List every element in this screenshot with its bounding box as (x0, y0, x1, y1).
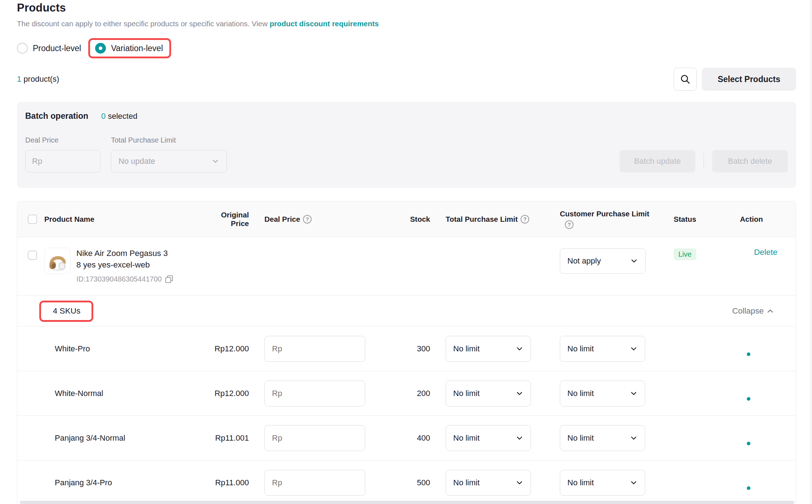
sku-name: White-Pro (28, 344, 202, 354)
product-customer-purchase-limit-select[interactable]: Not apply (560, 248, 646, 274)
product-count-number: 1 (17, 75, 21, 84)
batch-selected-number: 0 (101, 112, 106, 121)
customer-purchase-limit-help-icon[interactable]: ? (565, 220, 574, 229)
chevron-down-icon (630, 345, 638, 353)
headphones-image (47, 250, 68, 272)
sku-original-price: Rp12.000 (215, 344, 249, 354)
page-title: Products (17, 1, 66, 14)
sku-total-purchase-limit-select[interactable]: No limit (446, 425, 531, 451)
sku-stock: 400 (417, 433, 430, 443)
sku-row: Panjang 3/4-Normal Rp11.001 400 No limit… (17, 416, 796, 460)
sku-customer-purchase-limit-select[interactable]: No limit (560, 470, 645, 496)
sku-original-price: Rp11.001 (215, 433, 249, 443)
sku-count-label: 4 SKUs (40, 306, 94, 316)
chevron-down-icon (516, 434, 523, 442)
products-discount-page: Products The discount can apply to eithe… (0, 0, 812, 504)
batch-deal-price-input[interactable] (25, 150, 101, 172)
sku-original-price: Rp11.000 (215, 478, 249, 487)
column-status: Status (674, 215, 703, 224)
copy-icon[interactable] (165, 275, 173, 283)
sku-total-purchase-limit-value: No limit (453, 389, 479, 398)
column-action: Action (740, 215, 781, 224)
column-product-name: Product Name (44, 215, 202, 224)
product-checkbox[interactable] (28, 251, 37, 260)
sku-name: Panjang 3/4-Normal (28, 433, 202, 443)
batch-update-button[interactable]: Batch update (620, 150, 695, 172)
column-original-price: Original Price (202, 211, 249, 228)
sku-customer-purchase-limit-select[interactable]: No limit (560, 381, 645, 406)
radio-checked-icon[interactable] (95, 43, 106, 54)
batch-deal-price-label: Deal Price (25, 136, 111, 144)
chevron-down-icon (516, 345, 523, 353)
collapse-label: Collapse (732, 306, 764, 316)
sku-customer-purchase-limit-value: No limit (567, 344, 594, 354)
batch-delete-button[interactable]: Batch delete (712, 150, 788, 172)
sku-customer-purchase-limit-select[interactable]: No limit (560, 336, 645, 362)
collapse-link[interactable]: Collapse (732, 306, 775, 316)
select-products-button[interactable]: Select Products (702, 68, 796, 91)
product-name: Nike Air Zoom Pegasus 3 (76, 248, 173, 259)
delete-product-link[interactable]: Delete (740, 248, 781, 257)
vertical-scrollbar[interactable] (811, 0, 811, 504)
total-purchase-limit-help-icon[interactable]: ? (521, 215, 529, 224)
chevron-down-icon (516, 390, 523, 397)
sku-deal-price-input[interactable] (264, 336, 365, 362)
sku-stock: 300 (417, 344, 430, 354)
sku-stock: 200 (417, 389, 430, 398)
column-deal-price: Deal Price (264, 215, 300, 224)
sku-total-purchase-limit-value: No limit (453, 344, 479, 354)
sku-total-purchase-limit-value: No limit (453, 478, 479, 487)
chevron-down-icon (211, 157, 219, 165)
column-total-purchase-limit: Total Purchase Limit (446, 215, 518, 224)
deal-price-help-icon[interactable]: ? (303, 215, 312, 224)
product-thumbnail (44, 248, 71, 274)
horizontal-scrollbar[interactable] (20, 501, 794, 504)
chevron-down-icon (630, 390, 638, 397)
radio-variation-level-label: Variation-level (111, 44, 163, 53)
product-discount-requirements-link[interactable]: product discount requirements (270, 19, 379, 28)
chevron-down-icon (630, 257, 638, 265)
sku-customer-purchase-limit-select[interactable]: No limit (560, 425, 645, 451)
sku-original-price: Rp12.000 (215, 389, 249, 398)
radio-unchecked-icon[interactable] (17, 43, 28, 54)
products-table: Product Name Original Price Deal Price ?… (17, 201, 796, 504)
page-subtitle: The discount can apply to either specifi… (17, 19, 379, 28)
product-id: ID:1730390486305441700 (76, 274, 162, 284)
sku-total-purchase-limit-value: No limit (453, 433, 479, 443)
sku-total-purchase-limit-select[interactable]: No limit (446, 336, 531, 362)
sku-deal-price-input[interactable] (264, 381, 365, 406)
divider (704, 153, 704, 169)
batch-total-purchase-limit-value: No update (119, 157, 155, 166)
sku-deal-price-input[interactable] (264, 425, 365, 451)
sku-customer-purchase-limit-value: No limit (567, 389, 594, 398)
sku-customer-purchase-limit-value: No limit (567, 478, 594, 487)
select-all-checkbox[interactable] (28, 215, 37, 224)
sku-deal-price-input[interactable] (264, 470, 365, 496)
batch-operation-panel: Batch operation 0 selected Deal Price To… (17, 102, 796, 188)
chevron-up-icon (766, 307, 775, 315)
sku-name: White-Normal (28, 389, 202, 398)
search-button[interactable] (674, 68, 697, 91)
sku-stock: 500 (417, 478, 430, 487)
product-count-suffix: product(s) (21, 75, 59, 84)
batch-selected-count: 0 selected (101, 112, 137, 121)
table-header-row: Product Name Original Price Deal Price ?… (17, 201, 796, 237)
batch-selected-suffix: selected (106, 112, 137, 121)
batch-total-purchase-limit-select[interactable]: No update (111, 150, 227, 172)
radio-variation-level[interactable]: Variation-level (95, 43, 163, 54)
sku-row: Panjang 3/4-Pro Rp11.000 500 No limit No… (17, 460, 796, 504)
subtitle-text: The discount can apply to either specifi… (17, 19, 268, 28)
sku-summary-row: 4 SKUs Collapse (17, 296, 796, 327)
sku-name: Panjang 3/4-Pro (28, 478, 202, 487)
sku-row: White-Pro Rp12.000 300 No limit No limit (17, 327, 796, 371)
sku-total-purchase-limit-select[interactable]: No limit (446, 470, 531, 496)
sku-total-purchase-limit-select[interactable]: No limit (446, 381, 531, 406)
chevron-down-icon (630, 479, 638, 487)
column-stock: Stock (410, 215, 430, 224)
status-badge: Live (674, 248, 696, 260)
batch-total-purchase-limit-label: Total Purchase Limit (111, 136, 176, 144)
chevron-down-icon (630, 434, 638, 442)
chevron-down-icon (516, 479, 523, 487)
radio-product-level[interactable]: Product-level (17, 43, 81, 54)
column-customer-purchase-limit: Customer Purchase Limit (560, 210, 649, 218)
